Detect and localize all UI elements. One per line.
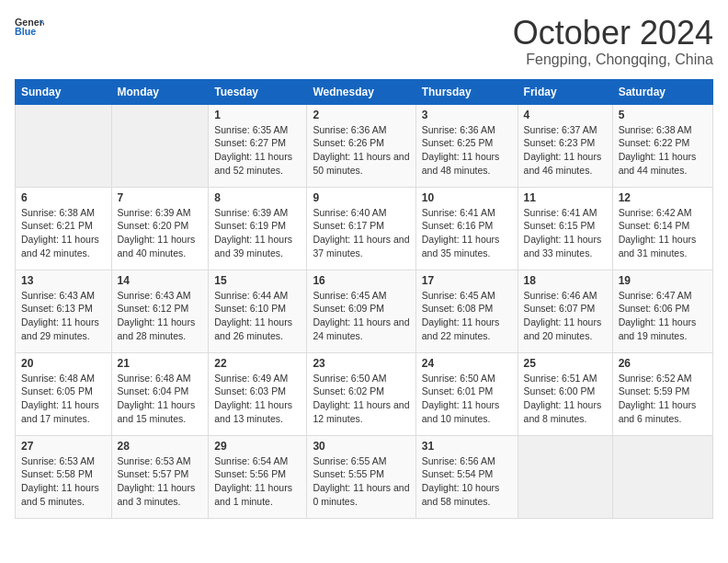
day-number: 5 [619,109,707,121]
cell-details: Sunrise: 6:49 AMSunset: 6:03 PMDaylight:… [214,372,301,426]
calendar-cell: 21Sunrise: 6:48 AMSunset: 6:04 PMDayligh… [111,352,209,435]
day-of-week-header: Monday [111,79,209,104]
day-number: 31 [422,440,512,453]
calendar-cell: 7Sunrise: 6:39 AMSunset: 6:20 PMDaylight… [111,187,209,270]
calendar-cell: 20Sunrise: 6:48 AMSunset: 6:05 PMDayligh… [16,352,112,435]
day-of-week-header: Friday [518,79,612,104]
day-number: 22 [214,357,301,370]
day-number: 14 [118,274,203,287]
page-header: General Blue October 2024 Fengping, Chon… [15,15,713,68]
main-title: October 2024 [513,15,713,52]
day-number: 28 [118,440,203,453]
cell-details: Sunrise: 6:53 AMSunset: 5:58 PMDaylight:… [21,454,106,509]
day-of-week-header: Tuesday [209,79,307,104]
cell-details: Sunrise: 6:48 AMSunset: 6:04 PMDaylight:… [118,372,203,426]
cell-details: Sunrise: 6:54 AMSunset: 5:56 PMDaylight:… [214,454,301,509]
cell-details: Sunrise: 6:41 AMSunset: 6:16 PMDaylight:… [422,206,512,260]
cell-details: Sunrise: 6:42 AMSunset: 6:14 PMDaylight:… [619,206,707,260]
calendar-cell: 8Sunrise: 6:39 AMSunset: 6:19 PMDaylight… [209,187,307,270]
cell-details: Sunrise: 6:35 AMSunset: 6:27 PMDaylight:… [214,123,301,178]
calendar-cell [16,104,112,187]
cell-details: Sunrise: 6:46 AMSunset: 6:07 PMDaylight:… [524,289,607,343]
day-of-week-header: Saturday [612,79,712,104]
calendar-cell: 25Sunrise: 6:51 AMSunset: 6:00 PMDayligh… [518,352,612,435]
calendar-header: SundayMondayTuesdayWednesdayThursdayFrid… [16,79,713,104]
title-block: October 2024 Fengping, Chongqing, China [513,15,713,68]
calendar-cell: 17Sunrise: 6:45 AMSunset: 6:08 PMDayligh… [415,270,518,352]
calendar-cell: 9Sunrise: 6:40 AMSunset: 6:17 PMDaylight… [307,187,415,270]
cell-details: Sunrise: 6:55 AMSunset: 5:55 PMDaylight:… [313,454,409,509]
day-number: 3 [422,109,512,121]
calendar-cell: 1Sunrise: 6:35 AMSunset: 6:27 PMDaylight… [209,104,307,187]
logo: General Blue [15,15,44,40]
calendar-cell: 18Sunrise: 6:46 AMSunset: 6:07 PMDayligh… [518,270,612,352]
day-of-week-header: Wednesday [307,79,415,104]
calendar-cell: 14Sunrise: 6:43 AMSunset: 6:12 PMDayligh… [111,270,209,352]
calendar-cell [612,435,712,518]
day-number: 1 [214,109,301,121]
cell-details: Sunrise: 6:50 AMSunset: 6:01 PMDaylight:… [422,372,512,426]
calendar-cell: 30Sunrise: 6:55 AMSunset: 5:55 PMDayligh… [307,435,415,518]
calendar-cell: 15Sunrise: 6:44 AMSunset: 6:10 PMDayligh… [209,270,307,352]
cell-details: Sunrise: 6:47 AMSunset: 6:06 PMDaylight:… [619,289,707,343]
calendar-week-row: 20Sunrise: 6:48 AMSunset: 6:05 PMDayligh… [16,352,713,435]
day-number: 16 [313,274,409,287]
day-number: 23 [313,357,409,370]
calendar-cell: 19Sunrise: 6:47 AMSunset: 6:06 PMDayligh… [612,270,712,352]
cell-details: Sunrise: 6:37 AMSunset: 6:23 PMDaylight:… [524,123,607,178]
cell-details: Sunrise: 6:44 AMSunset: 6:10 PMDaylight:… [214,289,301,343]
day-number: 24 [422,357,512,370]
day-number: 2 [313,109,409,121]
cell-details: Sunrise: 6:43 AMSunset: 6:13 PMDaylight:… [21,289,106,343]
calendar-cell: 28Sunrise: 6:53 AMSunset: 5:57 PMDayligh… [111,435,209,518]
cell-details: Sunrise: 6:48 AMSunset: 6:05 PMDaylight:… [21,372,106,426]
cell-details: Sunrise: 6:56 AMSunset: 5:54 PMDaylight:… [422,454,512,509]
cell-details: Sunrise: 6:43 AMSunset: 6:12 PMDaylight:… [118,289,203,343]
calendar-cell: 11Sunrise: 6:41 AMSunset: 6:15 PMDayligh… [518,187,612,270]
calendar-week-row: 1Sunrise: 6:35 AMSunset: 6:27 PMDaylight… [16,104,713,187]
day-number: 29 [214,440,301,453]
calendar-cell: 16Sunrise: 6:45 AMSunset: 6:09 PMDayligh… [307,270,415,352]
calendar-cell: 27Sunrise: 6:53 AMSunset: 5:58 PMDayligh… [16,435,112,518]
day-number: 11 [524,191,607,204]
day-number: 20 [21,357,106,370]
calendar-cell: 10Sunrise: 6:41 AMSunset: 6:16 PMDayligh… [415,187,518,270]
calendar-table: SundayMondayTuesdayWednesdayThursdayFrid… [15,79,713,519]
day-number: 4 [524,109,607,121]
calendar-body: 1Sunrise: 6:35 AMSunset: 6:27 PMDaylight… [16,104,713,518]
calendar-cell: 29Sunrise: 6:54 AMSunset: 5:56 PMDayligh… [209,435,307,518]
day-of-week-header: Sunday [16,79,112,104]
day-number: 15 [214,274,301,287]
day-number: 6 [21,191,106,204]
calendar-cell: 12Sunrise: 6:42 AMSunset: 6:14 PMDayligh… [612,187,712,270]
day-number: 19 [619,274,707,287]
calendar-cell: 26Sunrise: 6:52 AMSunset: 5:59 PMDayligh… [612,352,712,435]
calendar-cell: 22Sunrise: 6:49 AMSunset: 6:03 PMDayligh… [209,352,307,435]
day-number: 27 [21,440,106,453]
day-number: 10 [422,191,512,204]
day-number: 17 [422,274,512,287]
generalblue-logo-icon: General Blue [15,15,44,40]
day-number: 9 [313,191,409,204]
day-number: 12 [619,191,707,204]
cell-details: Sunrise: 6:52 AMSunset: 5:59 PMDaylight:… [619,372,707,426]
cell-details: Sunrise: 6:39 AMSunset: 6:20 PMDaylight:… [118,206,203,260]
cell-details: Sunrise: 6:40 AMSunset: 6:17 PMDaylight:… [313,206,409,260]
day-number: 21 [118,357,203,370]
cell-details: Sunrise: 6:51 AMSunset: 6:00 PMDaylight:… [524,372,607,426]
calendar-cell: 2Sunrise: 6:36 AMSunset: 6:26 PMDaylight… [307,104,415,187]
day-number: 13 [21,274,106,287]
calendar-cell: 23Sunrise: 6:50 AMSunset: 6:02 PMDayligh… [307,352,415,435]
calendar-cell [518,435,612,518]
cell-details: Sunrise: 6:36 AMSunset: 6:26 PMDaylight:… [313,123,409,178]
cell-details: Sunrise: 6:50 AMSunset: 6:02 PMDaylight:… [313,372,409,426]
day-of-week-header: Thursday [415,79,518,104]
cell-details: Sunrise: 6:41 AMSunset: 6:15 PMDaylight:… [524,206,607,260]
calendar-cell: 6Sunrise: 6:38 AMSunset: 6:21 PMDaylight… [16,187,112,270]
cell-details: Sunrise: 6:36 AMSunset: 6:25 PMDaylight:… [422,123,512,178]
cell-details: Sunrise: 6:38 AMSunset: 6:22 PMDaylight:… [619,123,707,178]
calendar-cell: 24Sunrise: 6:50 AMSunset: 6:01 PMDayligh… [415,352,518,435]
cell-details: Sunrise: 6:45 AMSunset: 6:08 PMDaylight:… [422,289,512,343]
calendar-cell: 13Sunrise: 6:43 AMSunset: 6:13 PMDayligh… [16,270,112,352]
subtitle: Fengping, Chongqing, China [513,52,713,68]
